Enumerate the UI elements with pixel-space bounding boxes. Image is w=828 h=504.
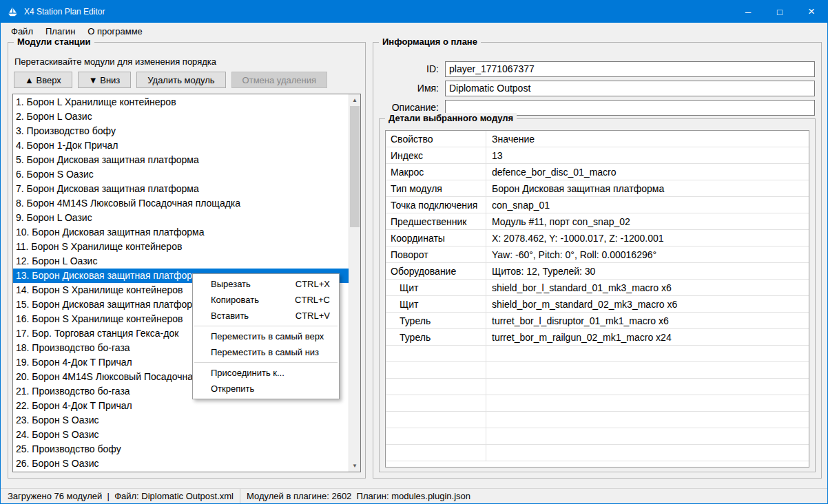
- details-row: Индекс13: [386, 147, 809, 164]
- module-list-item[interactable]: 10. Борон Дисковая защитная платформа: [13, 225, 349, 240]
- module-list-item[interactable]: 22. Борон 4-Док Т Причал: [13, 399, 349, 413]
- module-list-item[interactable]: 11. Борон S Хранилище контейнеров: [13, 240, 349, 254]
- module-list-item[interactable]: 1. Борон L Хранилище контейнеров: [13, 95, 349, 109]
- minimize-button[interactable]: –: [732, 1, 764, 23]
- name-input[interactable]: [445, 81, 815, 96]
- details-value: shield_bor_l_standard_01_mk3_macro x6: [486, 280, 809, 295]
- details-property: Оборудование: [386, 263, 486, 279]
- details-value: [486, 412, 809, 428]
- module-list-item[interactable]: 23. Борон S Оазис: [13, 413, 349, 428]
- details-value: [486, 428, 809, 444]
- details-value: [486, 445, 809, 461]
- context-menu-copy[interactable]: КопироватьCTRL+C: [193, 292, 339, 308]
- details-row: Щитshield_bor_m_standard_02_mk3_macro x6: [386, 296, 809, 313]
- scroll-up-icon: ▲: [352, 97, 358, 103]
- context-menu-detach[interactable]: Открепить: [193, 381, 339, 397]
- details-value: defence_bor_disc_01_macro: [486, 164, 809, 180]
- details-row-empty: [386, 379, 809, 395]
- plan-info-title: Информация о плане: [379, 36, 481, 47]
- id-input[interactable]: [445, 61, 815, 77]
- description-label: Описание:: [373, 102, 445, 113]
- move-up-button[interactable]: ▲ Вверх: [14, 72, 72, 88]
- delete-module-button[interactable]: Удалить модуль: [136, 72, 225, 88]
- scroll-up-button[interactable]: ▲: [349, 94, 360, 106]
- details-property: [386, 395, 486, 411]
- field-row-name: Имя:: [373, 80, 821, 96]
- module-list-item[interactable]: 2. Борон L Оазис: [13, 109, 349, 124]
- modules-toolbar: ▲ Вверх ▼ Вниз Удалить модуль Отмена уда…: [14, 72, 327, 88]
- details-value: con_snap_01: [486, 197, 809, 213]
- details-value: [486, 362, 809, 378]
- details-property: Турель: [386, 329, 486, 345]
- details-value: shield_bor_m_standard_02_mk3_macro x6: [486, 296, 809, 312]
- close-button[interactable]: ×: [796, 1, 827, 23]
- details-row: ПредшественникМодуль #11, порт con_snap_…: [386, 213, 809, 230]
- move-down-button[interactable]: ▼ Вниз: [78, 72, 132, 88]
- details-property: Турель: [386, 313, 486, 328]
- name-label: Имя:: [373, 83, 445, 94]
- context-menu: ВырезатьCTRL+XКопироватьCTRL+CВставитьCT…: [192, 273, 340, 399]
- module-list-item[interactable]: 4. Борон 1-Док Причал: [13, 138, 349, 153]
- undo-delete-button: Отмена удаления: [231, 72, 327, 88]
- context-menu-item-label: Вырезать: [211, 279, 251, 289]
- context-menu-attach-to[interactable]: Присоединить к...: [193, 365, 339, 381]
- details-property: Координаты: [386, 230, 486, 246]
- close-icon: ×: [808, 5, 815, 19]
- context-menu-move-to-bottom[interactable]: Переместить в самый низ: [193, 344, 339, 360]
- details-row-empty: [386, 346, 809, 362]
- context-menu-item-label: Переместить в самый верх: [211, 331, 324, 342]
- module-list-item[interactable]: 26. Борон S Оазис: [13, 456, 349, 471]
- details-property: [386, 362, 486, 378]
- module-list-item[interactable]: 5. Борон Дисковая защитная платформа: [13, 153, 349, 167]
- plan-info-panel: Информация о плане ID: Имя: Описание: Де…: [373, 42, 822, 479]
- details-row-empty: [386, 362, 809, 379]
- context-menu-separator: [194, 362, 338, 363]
- module-list-item[interactable]: 7. Борон Дисковая защитная платформа: [13, 182, 349, 196]
- details-row: Турельturret_bor_m_railgun_02_mk1_macro …: [386, 329, 809, 346]
- scroll-down-button[interactable]: ▼: [349, 460, 360, 472]
- details-property: [386, 346, 486, 361]
- context-menu-move-to-top[interactable]: Переместить в самый верх: [193, 328, 339, 344]
- details-row-empty: [386, 428, 809, 445]
- scrollbar-thumb[interactable]: [350, 106, 360, 227]
- details-value: 13: [486, 147, 809, 163]
- context-menu-item-shortcut: CTRL+C: [295, 295, 330, 305]
- context-menu-item-label: Присоединить к...: [211, 368, 284, 378]
- details-row-empty: [386, 445, 809, 461]
- context-menu-item-label: Копировать: [211, 295, 259, 305]
- details-value: Щитов: 12, Турелей: 30: [486, 263, 809, 279]
- module-list-item[interactable]: 8. Борон 4M14S Люксовый Посадочная площа…: [13, 196, 349, 211]
- details-property: Предшественник: [386, 213, 486, 229]
- context-menu-item-label: Переместить в самый низ: [211, 347, 319, 357]
- details-row-empty: [386, 395, 809, 412]
- details-value: [486, 395, 809, 411]
- property-header: Свойство: [386, 131, 486, 147]
- details-row: Турельturret_bor_l_disruptor_01_mk1_macr…: [386, 313, 809, 329]
- status-plugin-info: Модулей в плагине: 2602 Плагин: modules.…: [247, 491, 470, 501]
- context-menu-item-label: Вставить: [211, 311, 249, 321]
- maximize-button[interactable]: □: [764, 1, 796, 23]
- context-menu-cut[interactable]: ВырезатьCTRL+X: [193, 276, 339, 292]
- value-header: Значение: [486, 131, 809, 147]
- module-list-item[interactable]: 24. Борон S Оазис: [13, 428, 349, 442]
- details-row: ПоворотYaw: -60°, Pitch: 0°, Roll: 0.000…: [386, 246, 809, 263]
- module-list-item[interactable]: 9. Борон L Оазис: [13, 211, 349, 225]
- module-list-scrollbar[interactable]: ▲ ▼: [349, 94, 360, 472]
- details-table: Свойство Значение Индекс13Макросdefence_…: [385, 130, 809, 468]
- module-list-item[interactable]: 12. Борон L Оазис: [13, 254, 349, 269]
- context-menu-paste[interactable]: ВставитьCTRL+V: [193, 308, 339, 324]
- minimize-icon: –: [745, 8, 751, 15]
- details-value: Модуль #11, порт con_snap_02: [486, 213, 809, 229]
- module-details-title: Детали выбранного модуля: [385, 113, 517, 123]
- scroll-down-icon: ▼: [352, 463, 358, 469]
- details-row: КоординатыX: 2078.462, Y: -1000.017, Z: …: [386, 230, 809, 246]
- module-list-item[interactable]: 3. Производство бофу: [13, 124, 349, 138]
- module-list-item[interactable]: 6. Борон S Оазис: [13, 167, 349, 182]
- app-icon: [7, 6, 19, 18]
- context-menu-item-shortcut: CTRL+V: [296, 311, 330, 321]
- module-list-item[interactable]: 25. Производство бофу: [13, 442, 349, 456]
- maximize-icon: □: [777, 7, 783, 17]
- details-table-header: Свойство Значение: [386, 131, 809, 147]
- title-bar: X4 Station Plan Editor – □ ×: [1, 1, 827, 23]
- drag-hint: Перетаскивайте модули для изменения поря…: [14, 56, 216, 67]
